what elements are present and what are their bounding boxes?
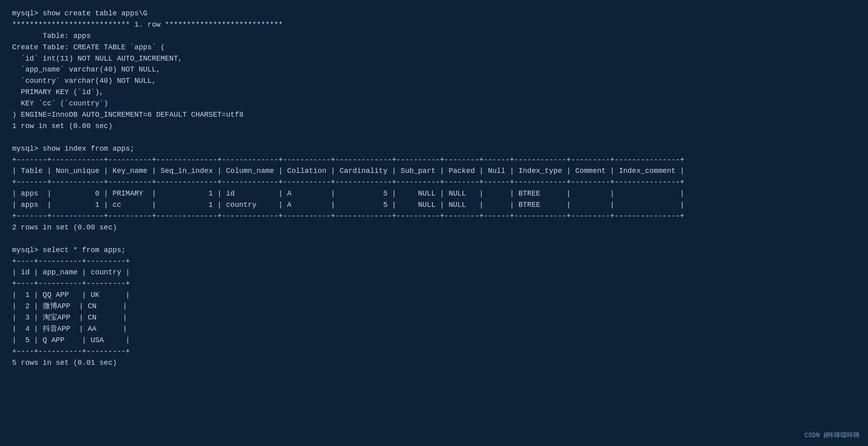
watermark-label: CSDN @咔咪噹咔咪 xyxy=(804,431,860,440)
terminal-output: mysql> show create table apps\G ********… xyxy=(12,8,856,369)
terminal-window: mysql> show create table apps\G ********… xyxy=(12,8,856,369)
